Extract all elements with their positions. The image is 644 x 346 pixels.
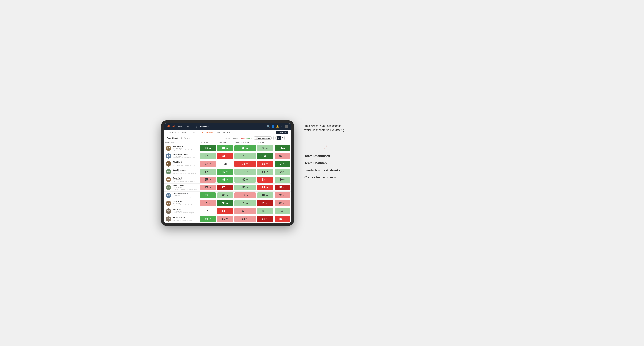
score-cell-inner: 58 10▲ [234, 216, 256, 222]
download-button[interactable]: ↓ [285, 136, 288, 140]
table-row[interactable]: DF David Ford ✓ Plus Handicap Royal Nort… [164, 176, 291, 183]
player-name[interactable]: Blair McHarg [172, 146, 197, 148]
score-number: 89 [222, 178, 226, 181]
score-cell: 75 -3▼ [234, 160, 256, 168]
player-name[interactable]: Josh Coles [172, 201, 197, 202]
player-cell: JC Josh Coles 1-5 Handicap Royal North D… [164, 199, 199, 207]
score-number: 93 [204, 147, 208, 150]
score-change: -3▼ [208, 202, 211, 204]
table-row[interactable]: EC Edward Crossman 1-5 Handicap Sunningd… [164, 152, 291, 160]
score-number: 85 [279, 217, 282, 220]
score-change: 7▲ [226, 179, 228, 180]
table-row[interactable]: MM Matt Miller 6-10 Handicap Woburn Golf… [164, 207, 291, 215]
th-player[interactable]: Player Quality ▾ [164, 141, 199, 144]
score-cell: 83 -3▼ [199, 183, 216, 191]
score-cell: 87 4▲ [199, 168, 216, 176]
score-change: -8▼ [283, 187, 286, 188]
dashboard-item-leaderboards[interactable]: Leaderboards & streaks [304, 169, 346, 172]
score-cell: 81 -3▼ [199, 199, 216, 207]
player-club: Craigmillar Park, United Kingdom [172, 196, 197, 198]
last-rounds-button[interactable]: 📊 Last Rounds: 20 [254, 137, 272, 140]
table-row[interactable]: DB Dave Billingham 1-5 Handicap Gog Mago… [164, 168, 291, 176]
sub-nav-pgat-players[interactable]: PGAT Players [166, 130, 179, 135]
score-cell-inner: 61 -3▼ [217, 208, 233, 214]
player-avatar: MM [166, 208, 171, 214]
nav-link-home[interactable]: Home [178, 125, 184, 128]
score-number: 94 [280, 209, 283, 213]
nav-bar: clippd Home Teams My Performance 🔍 👤 🔔 ⚙… [164, 123, 291, 130]
score-cell: 82 3▲ [199, 191, 216, 199]
sub-nav-team-clippd[interactable]: Team Clippd [202, 130, 212, 135]
verified-icon: ✓ [182, 177, 184, 179]
avatar[interactable]: U [284, 125, 288, 128]
player-name[interactable]: Dave Billingham [172, 169, 197, 171]
nav-link-my-performance[interactable]: My Performance [195, 125, 209, 128]
score-change: -3▼ [208, 187, 211, 188]
verified-icon: ✓ [184, 185, 186, 187]
grid-view-button[interactable]: ⊞ [273, 136, 277, 140]
list-view-button[interactable]: ☰ [281, 136, 284, 140]
score-change: 9▲ [246, 155, 248, 157]
table-row[interactable]: EE Elliot Ebert 1-5 Handicap Sunningdale… [164, 160, 291, 168]
table-row[interactable]: CR Chris Robertson ✓ 1-5 Handicap Craigm… [164, 191, 291, 199]
sub-nav-pga[interactable]: PGA [182, 130, 186, 135]
th-off-tee[interactable]: Off the Tee ▾ [199, 141, 216, 144]
score-cell: 92 -3▼ [274, 152, 291, 160]
search-icon[interactable]: 🔍 [267, 125, 270, 128]
score-cell-inner: 80 3▲ [234, 177, 256, 183]
score-cell: 85 -3▼ [256, 168, 274, 176]
score-cell-inner: 91 -3▼ [274, 192, 290, 198]
score-cell: 95 8▲ [216, 199, 234, 207]
player-avatar: EC [166, 154, 171, 159]
player-name[interactable]: David Ford ✓ [172, 177, 197, 179]
player-handicap: 6-10 Handicap [172, 187, 197, 188]
dashboard-item-course-leaderboards[interactable]: Course leaderboards [304, 176, 346, 179]
nav-logo[interactable]: clippd [166, 125, 175, 128]
team-header: Team Clippd | 14 Players ✏ 20 Round Chan… [164, 135, 291, 141]
player-name[interactable]: Charlie Quick ✓ [172, 185, 197, 187]
table-row[interactable]: BM Blair McHarg Plus Handicap Royal Nort… [164, 144, 291, 152]
player-details: Dave Billingham 1-5 Handicap Gog Magog G… [172, 169, 197, 174]
heatmap-view-button[interactable]: ▦ [277, 136, 281, 140]
player-name[interactable]: Aaron Nicholls [172, 216, 197, 218]
score-number: 83 [262, 186, 265, 189]
dashboard-item-team-dashboard[interactable]: Team Dashboard [304, 154, 346, 158]
score-change: 4▲ [266, 194, 268, 196]
th-around-green[interactable]: Around the Green ▾ [234, 141, 256, 144]
score-cell-inner: 95 9▲ [274, 145, 290, 151]
player-name[interactable]: Matt Miller [172, 208, 197, 210]
player-club: Drift Golf Club, United Kingdom [172, 220, 197, 221]
th-putting[interactable]: Putting ▾ [256, 141, 274, 144]
score-cell: 74 -8▼ [199, 215, 216, 223]
edit-icon[interactable]: ✏ [191, 137, 192, 139]
add-team-button[interactable]: Add Team [276, 131, 288, 134]
dashboard-item-team-heatmap[interactable]: Team Heatmap [304, 161, 346, 165]
notification-icon[interactable]: 🔔 [276, 125, 279, 128]
score-change: -11▼ [265, 202, 268, 204]
player-info: EC Edward Crossman 1-5 Handicap Sunningd… [164, 153, 198, 159]
settings-icon[interactable]: ⚙ [281, 125, 283, 128]
score-number: 88 [262, 147, 265, 150]
annotation-panel: This is where you can choose which dashb… [301, 120, 350, 183]
sub-nav-tour[interactable]: Tour [216, 130, 220, 135]
score-change: -4▼ [283, 218, 286, 220]
th-approach[interactable]: Approach ▾ [216, 141, 234, 144]
sub-nav-all-players[interactable]: All Players [224, 130, 232, 135]
table-row[interactable]: CQ Charlie Quick ✓ 6-10 Handicap St. Geo… [164, 183, 291, 191]
player-handicap: 1-5 Handicap [172, 195, 197, 196]
score-cell-inner: 71 -11▼ [257, 200, 273, 206]
table-row[interactable]: AN Aaron Nicholls 11-15 Handicap Drift G… [164, 215, 291, 223]
score-change: -2▼ [266, 210, 268, 212]
sub-nav-hcaps[interactable]: Hcaps 1-5 [190, 130, 198, 135]
score-change: 1▲ [246, 187, 248, 188]
table-row[interactable]: JC Josh Coles 1-5 Handicap Royal North D… [164, 199, 291, 207]
gradient-bar [241, 138, 250, 139]
player-name[interactable]: Edward Crossman [172, 154, 197, 155]
player-name[interactable]: Elliot Ebert [172, 161, 197, 163]
player-name[interactable]: Chris Robertson ✓ [172, 193, 197, 195]
score-cell-inner: 88 [217, 161, 233, 167]
user-icon[interactable]: 👤 [272, 125, 274, 128]
score-cell: 103 15▲ [256, 152, 274, 160]
score-cell: 87 1▲ [199, 152, 216, 160]
nav-link-teams[interactable]: Teams [186, 125, 192, 128]
